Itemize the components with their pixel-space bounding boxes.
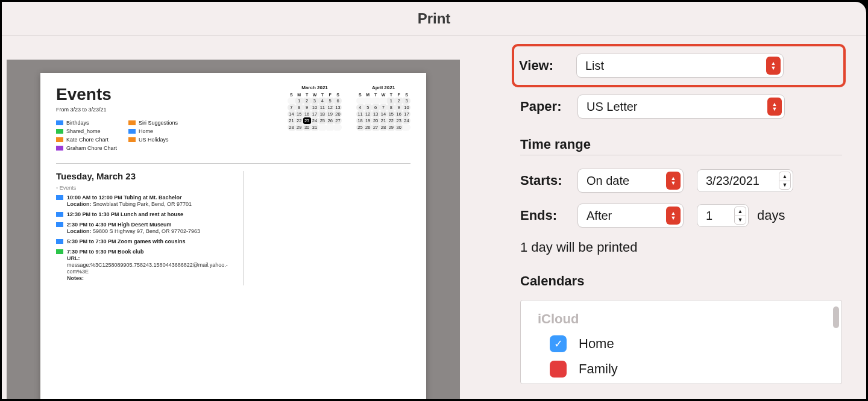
ends-unit: days — [757, 208, 785, 223]
event-item: 5:30 PM to 7:30 PM Zoom games with cousi… — [56, 238, 237, 245]
legend-label: Siri Suggestions — [139, 119, 178, 127]
paper-select-value: US Letter — [587, 100, 637, 114]
ends-label: Ends: — [520, 208, 577, 223]
calendar-item[interactable]: ✓Home — [550, 335, 829, 352]
ends-count-value: 1 — [706, 209, 712, 223]
event-color-bar — [56, 239, 63, 244]
preview-page: Events From 3/23 to 3/23/21 March 2021SM… — [40, 73, 426, 399]
chevron-up-icon[interactable]: ▲ — [734, 207, 746, 216]
chevron-updown-icon: ▲▼ — [766, 57, 781, 75]
starts-mode-value: On date — [587, 174, 629, 188]
event-item: 10:00 AM to 12:00 PM Tubing at Mt. Bache… — [56, 194, 237, 208]
calendar-checkbox[interactable]: ✓ — [550, 335, 567, 352]
chevron-down-icon[interactable]: ▼ — [734, 216, 746, 225]
legend-item: Graham Chore Chart — [56, 144, 128, 152]
legend-label: Graham Chore Chart — [66, 144, 117, 152]
chevron-updown-icon: ▲▼ — [666, 207, 681, 225]
calendar-group-label: iCloud — [538, 311, 829, 327]
calendar-item[interactable]: Family — [550, 361, 829, 378]
chevron-down-icon[interactable]: ▼ — [779, 181, 791, 190]
print-summary: 1 day will be printed — [520, 240, 842, 255]
calendars-list[interactable]: iCloud ✓HomeFamily — [520, 300, 842, 384]
print-dialog: Print Events From 3/23 to 3/23/21 March … — [2, 2, 866, 399]
mini-calendar-title: April 2021 — [356, 85, 410, 90]
color-swatch — [56, 120, 63, 125]
events-area: Tuesday, March 23 ◦ Events 10:00 AM to 1… — [56, 163, 410, 285]
calendars-heading: Calendars — [520, 273, 842, 291]
view-row-highlight: View: List ▲▼ — [512, 44, 846, 87]
legend-label: Shared_home — [66, 127, 101, 135]
starts-mode-select[interactable]: On date ▲▼ — [577, 169, 684, 193]
event-color-bar — [56, 212, 63, 217]
color-swatch — [56, 129, 63, 134]
paper-label: Paper: — [520, 99, 577, 114]
calendar-name: Family — [579, 361, 618, 377]
window-title: Print — [2, 2, 866, 36]
event-item: 12:30 PM to 1:30 PM Lunch and rest at ho… — [56, 211, 237, 218]
ends-count-stepper[interactable]: 1 ▲▼ — [697, 204, 749, 227]
stepper-buttons[interactable]: ▲▼ — [779, 172, 791, 190]
stepper-buttons[interactable]: ▲▼ — [734, 207, 746, 225]
event-item: 2:30 PM to 4:30 PM High Desert MuseumLoc… — [56, 222, 237, 235]
event-text: 12:30 PM to 1:30 PM Lunch and rest at ho… — [67, 211, 183, 218]
print-preview-pane: Events From 3/23 to 3/23/21 March 2021SM… — [2, 36, 484, 399]
legend-label: Kate Chore Chart — [66, 135, 108, 144]
mini-calendar: April 2021SMTWTFS12345678910111213141516… — [356, 85, 410, 131]
day-heading: Tuesday, March 23 — [56, 171, 237, 181]
legend-item: US Holidays — [128, 135, 201, 144]
event-color-bar — [56, 222, 63, 227]
event-text: 2:30 PM to 4:30 PM High Desert MuseumLoc… — [67, 222, 200, 235]
color-swatch — [56, 137, 63, 142]
color-swatch — [128, 129, 136, 134]
legend-label: Birthdays — [66, 119, 89, 127]
legend-item: Birthdays — [56, 119, 128, 127]
view-select[interactable]: List ▲▼ — [576, 54, 784, 78]
starts-date-stepper[interactable]: 3/23/2021 ▲▼ — [697, 169, 793, 192]
time-range-heading: Time range — [520, 137, 842, 155]
dialog-content: Events From 3/23 to 3/23/21 March 2021SM… — [2, 36, 866, 399]
chevron-updown-icon: ▲▼ — [666, 172, 681, 190]
events-subheading: ◦ Events — [56, 185, 237, 191]
calendar-name: Home — [579, 336, 614, 352]
view-label: View: — [519, 58, 576, 73]
events-column: Tuesday, March 23 ◦ Events 10:00 AM to 1… — [56, 171, 244, 285]
ends-mode-select[interactable]: After ▲▼ — [577, 204, 684, 228]
color-swatch — [56, 146, 63, 151]
calendar-legend: BirthdaysShared_homeKate Chore ChartGrah… — [56, 119, 201, 152]
legend-item: Shared_home — [56, 127, 128, 135]
event-color-bar — [56, 249, 63, 254]
starts-date-value: 3/23/2021 — [706, 174, 760, 188]
paper-select[interactable]: US Letter ▲▼ — [577, 95, 785, 119]
mini-calendars: March 2021SMTWTFS12345678910111213141516… — [288, 85, 410, 131]
event-item: 7:30 PM to 9:30 PM Book clubURL: message… — [56, 249, 237, 282]
scrollbar-thumb[interactable] — [833, 306, 839, 328]
event-text: 10:00 AM to 12:00 PM Tubing at Mt. Bache… — [67, 194, 192, 208]
print-options: View: List ▲▼ Paper: US Letter ▲▼ Time r… — [484, 36, 866, 399]
starts-label: Starts: — [520, 173, 577, 188]
event-text: 5:30 PM to 7:30 PM Zoom games with cousi… — [67, 238, 186, 245]
chevron-up-icon[interactable]: ▲ — [779, 172, 791, 181]
legend-item: Kate Chore Chart — [56, 135, 128, 144]
legend-item: Home — [128, 127, 201, 135]
mini-calendar-title: March 2021 — [288, 85, 342, 90]
view-select-value: List — [585, 59, 604, 73]
color-swatch — [128, 120, 136, 125]
legend-label: US Holidays — [139, 135, 169, 144]
mini-calendar: March 2021SMTWTFS12345678910111213141516… — [288, 85, 342, 131]
chevron-updown-icon: ▲▼ — [767, 98, 782, 116]
event-color-bar — [56, 195, 63, 200]
event-text: 7:30 PM to 9:30 PM Book clubURL: message… — [67, 249, 237, 282]
legend-label: Home — [139, 127, 153, 135]
calendar-checkbox[interactable] — [550, 361, 567, 378]
preview-frame: Events From 3/23 to 3/23/21 March 2021SM… — [7, 60, 460, 399]
color-swatch — [128, 137, 136, 142]
ends-mode-value: After — [587, 209, 612, 223]
legend-item: Siri Suggestions — [128, 119, 201, 127]
